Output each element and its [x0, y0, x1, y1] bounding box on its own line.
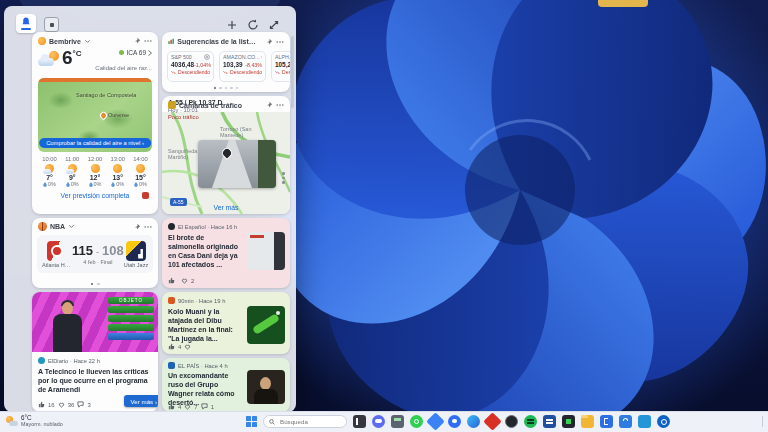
more-options-icon[interactable] — [144, 223, 152, 231]
feed-view-button[interactable] — [44, 17, 59, 32]
like-icon[interactable] — [168, 403, 175, 410]
droplet-icon — [89, 182, 93, 187]
droplet-icon — [134, 182, 138, 187]
like-icon[interactable] — [168, 277, 175, 284]
sunny-icon — [113, 164, 122, 173]
taskbar-icon-store[interactable] — [619, 415, 632, 428]
add-to-watchlist-icon[interactable] — [261, 54, 263, 60]
taskbar-icon-code[interactable] — [638, 415, 651, 428]
pagination-dots[interactable] — [32, 283, 158, 286]
like-icon[interactable] — [38, 401, 45, 408]
aqi-leaf-icon — [119, 50, 124, 55]
panel-scrollbar[interactable] — [291, 36, 294, 108]
home-score: 115 — [72, 243, 93, 258]
taskbar-icon-copilot[interactable] — [467, 415, 480, 428]
show-desktop-button[interactable] — [762, 416, 765, 427]
news-card-90min[interactable]: 90min · Hace 19 h Kolo Muani y la atajad… — [162, 292, 290, 354]
forecast-hour[interactable]: 13:00 13° 0% — [107, 156, 128, 187]
forecast-hour[interactable]: 12:00 12° 0% — [85, 156, 106, 187]
taskbar-icon-whatsapp[interactable] — [410, 415, 423, 428]
source-logo-icon — [168, 297, 175, 304]
camera-thumbnail[interactable] — [198, 140, 276, 188]
forecast-hour[interactable]: 14:00 15° 0% — [130, 156, 151, 187]
start-button[interactable] — [246, 416, 257, 427]
taskbar-icon-word[interactable] — [543, 415, 556, 428]
pin-icon[interactable] — [133, 37, 141, 45]
search-input[interactable] — [278, 417, 342, 426]
more-options-icon[interactable] — [276, 101, 284, 109]
taskbar-icon-messenger[interactable] — [448, 415, 461, 428]
source-logo-icon — [168, 223, 175, 230]
pin-icon[interactable] — [265, 101, 273, 109]
comment-icon[interactable] — [77, 401, 84, 408]
stocks-icon — [168, 37, 174, 46]
taskbar-icon-onenote[interactable] — [353, 415, 366, 428]
game-score-card[interactable]: Atlanta Ha... 115 - 108 4 feb · Final Ut… — [37, 235, 153, 273]
pin-icon[interactable] — [265, 38, 273, 46]
news-card-telecinco[interactable]: OBJETO ElDiario · Hace 22 h A Telecinco … — [32, 292, 158, 412]
home-team-name: Atlanta Ha... — [42, 262, 72, 268]
news-card-elpais[interactable]: EL PAÍS · Hace 4 h Un excomandante ruso … — [162, 358, 290, 412]
article-meta: El Español · Hace 16 h — [178, 224, 237, 230]
heart-icon[interactable] — [184, 343, 191, 350]
traffic-title: Cámaras de tráfico — [179, 102, 242, 109]
pagination-dots[interactable] — [162, 87, 290, 90]
air-quality-link[interactable]: ICA 69 — [95, 49, 152, 56]
watchlist-title: Sugerencias de la lista de seguim... — [177, 38, 259, 45]
taskbar-icon-clock-app[interactable] — [505, 415, 518, 428]
expand-icon[interactable] — [268, 19, 280, 31]
chevron-down-icon[interactable] — [68, 223, 75, 230]
refresh-icon[interactable] — [247, 19, 259, 31]
map-pin-icon — [99, 111, 109, 121]
heart-icon[interactable] — [184, 403, 191, 410]
taskbar-icon-quick-share[interactable] — [426, 412, 444, 430]
taskbar-weather-widget[interactable]: 6°C Mayorm. nublado — [6, 414, 63, 427]
trend-down-icon — [275, 70, 280, 75]
taskbar-icon-calculator[interactable] — [391, 415, 404, 428]
air-quality-cta-button[interactable]: Comprobar la calidad del aire a nivel › — [39, 138, 151, 148]
source-logo-icon — [38, 357, 45, 364]
forecast-hour[interactable]: 10:00 7° 0% — [39, 156, 60, 187]
nba-widget[interactable]: NBA Atlanta Ha... 115 - 108 4 feb — [32, 218, 158, 288]
weather-provider-icon — [142, 192, 149, 199]
weather-map[interactable]: Santiago de Compostela Ourense Comprobar… — [38, 78, 152, 152]
taskbar-icon-paint[interactable] — [600, 415, 613, 428]
more-options-icon[interactable] — [144, 37, 152, 45]
taskbar-icon-outlook[interactable] — [657, 415, 670, 428]
traffic-cameras-widget[interactable]: Cámaras de tráfico Torroso (San Mamede) … — [162, 96, 290, 214]
comment-icon[interactable] — [201, 403, 208, 410]
ver-mas-button[interactable]: Ver más › — [124, 395, 158, 407]
watchlist-widget[interactable]: Sugerencias de la lista de seguim... S&P… — [162, 32, 290, 92]
article-headline[interactable]: A Telecinco le llueven las críticas por … — [32, 364, 158, 394]
weather-widget[interactable]: Bembrive 6 °C ICA 69 Calidad del aire ra… — [32, 32, 158, 214]
add-widget-icon[interactable] — [226, 19, 238, 31]
droplet-icon — [111, 182, 115, 187]
widgets-home-button[interactable] — [16, 14, 36, 33]
taskbar-icon-spotify[interactable] — [524, 415, 537, 428]
search-icon — [269, 419, 275, 425]
article-meta: ElDiario · Hace 22 h — [48, 358, 100, 364]
chevron-down-icon[interactable] — [84, 38, 91, 45]
full-forecast-link[interactable]: Ver previsión completa — [32, 188, 158, 204]
like-icon[interactable] — [168, 343, 175, 350]
taskbar-icon-diamond-app[interactable] — [483, 412, 501, 430]
pin-icon[interactable] — [133, 223, 141, 231]
nba-title: NBA — [50, 223, 65, 230]
more-options-icon[interactable] — [276, 38, 284, 46]
taskbar-icon-dev-app[interactable] — [562, 415, 575, 428]
news-card-elespanol[interactable]: El Español · Hace 16 h El brote de salmo… — [162, 218, 290, 288]
taskbar-icon-teams-chat[interactable] — [372, 415, 385, 428]
stock-tile[interactable]: ALPH... 105,2 Descendiendo — [271, 51, 290, 82]
stock-tile[interactable]: AMAZON.CO... 103,39-8,43% Descendiendo — [219, 51, 266, 82]
stock-tile[interactable]: S&P 500 4036,48-1,04% Descendiendo — [167, 51, 214, 82]
weather-location[interactable]: Bembrive — [49, 38, 81, 45]
heart-icon[interactable] — [58, 401, 65, 408]
forecast-hour[interactable]: 11:00 9° 0% — [62, 156, 83, 187]
map-options-icon[interactable] — [282, 170, 285, 186]
traffic-more-link[interactable]: Ver más — [162, 204, 290, 211]
droplet-icon — [43, 182, 47, 187]
add-to-watchlist-icon[interactable] — [204, 54, 210, 60]
search-box[interactable] — [263, 415, 347, 428]
heart-icon[interactable] — [181, 277, 188, 284]
taskbar-icon-file-explorer[interactable] — [581, 415, 594, 428]
